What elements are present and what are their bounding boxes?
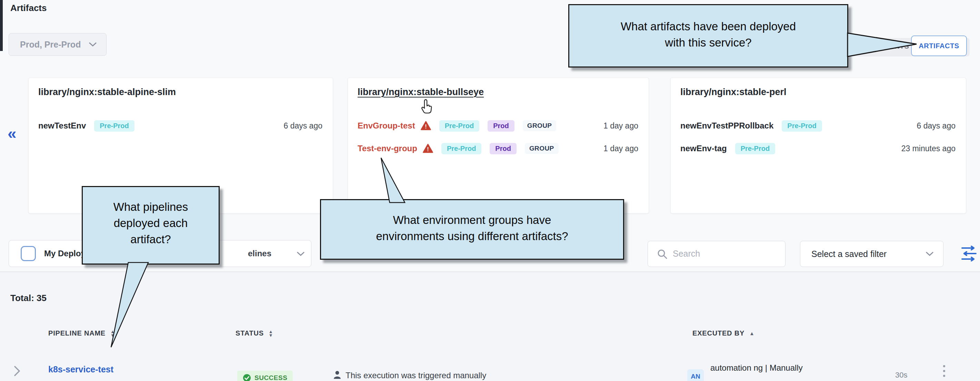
group-badge: GROUP [523, 120, 557, 131]
column-header-label: PIPELINE NAME [48, 329, 105, 337]
warning-icon: ! [421, 121, 431, 130]
execution-duration: 30s [895, 371, 907, 379]
environment-row: Test-env-group ! Pre-Prod Prod GROUP 1 d… [358, 141, 639, 156]
search-box [648, 241, 786, 267]
svg-text:!: ! [425, 123, 426, 130]
artifact-card: library/nginx:stable-perl newEnvTestPPRo… [670, 78, 966, 214]
environment-group-link[interactable]: Test-env-group [358, 144, 417, 153]
saved-filter-select[interactable]: Select a saved filter [800, 241, 943, 267]
preprod-badge: Pre-Prod [441, 143, 481, 154]
chevron-down-icon[interactable] [296, 251, 305, 257]
deploy-time: 1 day ago [603, 144, 638, 153]
environment-row: newEnvTestPPRollback Pre-Prod 6 days ago [680, 119, 956, 133]
filter-settings-icon[interactable] [960, 244, 978, 263]
sort-ascending-icon: ▲ [749, 330, 755, 336]
environment-group-link[interactable]: EnvGroup-test [358, 121, 415, 130]
environment-name: newEnvTestPPRollback [680, 121, 773, 130]
row-menu-dots[interactable] [941, 364, 948, 381]
page-title: Artifacts [10, 3, 46, 13]
success-check-icon [243, 374, 251, 381]
column-header-executed-by[interactable]: EXECUTED BY ▲ [692, 329, 755, 337]
svg-text:!: ! [427, 146, 429, 152]
preprod-badge: Pre-Prod [94, 120, 134, 132]
deploy-time: 6 days ago [283, 121, 322, 130]
deploy-time: 6 days ago [916, 121, 956, 130]
callout-text: What environment groups have [321, 212, 623, 228]
environment-type-value: Prod, Pre-Prod [20, 40, 88, 49]
my-deployments-checkbox[interactable] [21, 246, 36, 261]
row-expander-chevron[interactable] [13, 365, 21, 378]
callout-env-groups: What environment groups have environment… [320, 199, 624, 260]
preprod-badge: Pre-Prod [439, 120, 479, 132]
callout-artifacts: What artifacts have been deployed with t… [568, 4, 848, 68]
callout-tail [102, 261, 152, 349]
total-count: Total: 35 [10, 293, 46, 303]
environment-type-select[interactable]: Prod, Pre-Prod [9, 33, 107, 56]
environment-row: EnvGroup-test ! Pre-Prod Prod GROUP 1 da… [358, 119, 639, 133]
pipeline-link[interactable]: k8s-service-test [48, 365, 113, 375]
avatar: AN [687, 369, 704, 381]
group-badge: GROUP [525, 143, 558, 154]
callout-text: What pipelines [83, 199, 219, 215]
deploy-time: 1 day ago [603, 121, 638, 130]
artifact-title[interactable]: library/nginx:stable-perl [680, 87, 787, 97]
environment-row: newTestEnv Pre-Prod 6 days ago [38, 119, 323, 133]
environment-name: newEnv-tag [680, 144, 727, 153]
environment-name: newTestEnv [38, 121, 86, 130]
callout-text: environments using different artifacts? [321, 228, 623, 244]
executed-by-text: automation ng | Manually [710, 363, 803, 373]
saved-filter-placeholder: Select a saved filter [811, 249, 925, 259]
callout-pipelines: What pipelines deployed each artifact? [82, 186, 220, 265]
callout-tail [374, 156, 412, 205]
prod-badge: Prod [490, 143, 517, 154]
prod-badge: Prod [488, 120, 514, 132]
sort-icon: ▲▼ [269, 330, 274, 337]
column-header-label: EXECUTED BY [692, 329, 745, 337]
callout-text: with this service? [569, 35, 847, 51]
status-label: SUCCESS [255, 374, 287, 381]
user-icon [332, 370, 342, 379]
artifact-title[interactable]: library/nginx:stable-alpine-slim [38, 87, 176, 97]
callout-tail [846, 30, 920, 60]
deploy-time: 23 minutes ago [901, 144, 956, 153]
preprod-badge: Pre-Prod [782, 120, 822, 132]
chevron-down-icon [88, 42, 97, 47]
hand-cursor-icon [420, 98, 434, 115]
column-header-label: STATUS [235, 329, 264, 337]
pipelines-select-label[interactable]: elines [248, 249, 271, 258]
callout-text: artifact? [83, 231, 219, 247]
callout-text: deployed each [83, 215, 219, 231]
column-header-status[interactable]: STATUS ▲▼ [235, 329, 274, 337]
search-icon [657, 249, 668, 260]
trigger-note: This execution was triggered manually [345, 371, 486, 380]
preprod-badge: Pre-Prod [735, 143, 775, 154]
chevron-down-icon [925, 251, 934, 257]
artifacts-screen: Artifacts Prod, Pre-Prod ENVIRONMENTS AR… [0, 0, 980, 381]
callout-text: What artifacts have been deployed [569, 18, 847, 35]
collapse-panel-button[interactable]: « [8, 125, 17, 141]
search-input[interactable] [672, 241, 779, 266]
environment-row: newEnv-tag Pre-Prod 23 minutes ago [680, 141, 956, 156]
window-edge-artifact [0, 0, 3, 51]
status-badge: SUCCESS [237, 371, 293, 381]
artifact-title-link[interactable]: library/nginx:stable-bullseye [358, 87, 484, 97]
warning-icon: ! [423, 144, 433, 153]
